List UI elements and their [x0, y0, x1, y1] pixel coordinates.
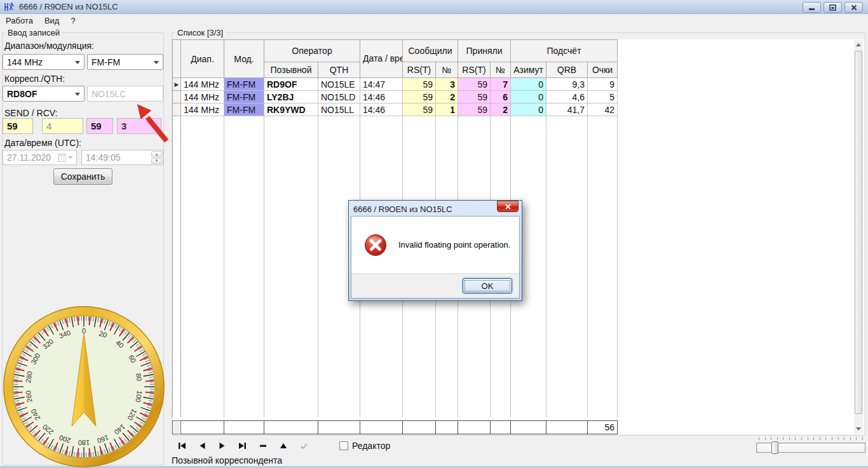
save-button[interactable]: Сохранить — [53, 168, 112, 185]
cell-azimuth: 0 — [511, 91, 546, 104]
footer-points-total: 56 — [588, 421, 618, 434]
send-rst-field[interactable]: 59 — [3, 118, 33, 134]
save-button-label: Сохранить — [61, 171, 105, 182]
current-row-marker: ▶ — [173, 78, 181, 91]
prior-record-icon — [198, 443, 206, 449]
cell-sent-rst: 59 — [403, 78, 436, 91]
nav-prior-button[interactable] — [192, 439, 212, 453]
send-nr-field[interactable]: 4 — [42, 118, 83, 134]
callsign-combobox[interactable]: RD8OF — [3, 86, 85, 102]
vertical-scrollbar[interactable] — [854, 40, 863, 434]
next-record-icon — [219, 443, 226, 449]
nav-next-button[interactable] — [212, 439, 233, 453]
cell-azimuth: 0 — [511, 104, 546, 116]
col-rcvd[interactable]: Приняли — [458, 40, 511, 62]
app-window: 6666 / R9OEN из NO15LC Работа Вид ? Ввод… — [0, 0, 868, 468]
svg-text:80: 80 — [135, 373, 144, 382]
cell-sent-rst: 59 — [403, 104, 436, 116]
col-sent[interactable]: Сообщили — [403, 40, 458, 62]
arrow-down-icon — [856, 427, 861, 431]
menu-help[interactable]: ? — [65, 15, 81, 26]
col-band[interactable]: Диап. — [181, 40, 224, 78]
editor-checkbox[interactable] — [339, 441, 348, 450]
time-field[interactable]: 14:49:05 ▲▼ — [81, 150, 163, 165]
col-azimuth[interactable]: Азимут — [511, 62, 546, 78]
close-button[interactable] — [844, 2, 863, 13]
table-row[interactable]: 144 MHz FM-FM LY2BJ NO15LD 14:46 59 2 59… — [173, 91, 618, 104]
cell-qrb: 4,6 — [546, 91, 588, 104]
chevron-down-icon — [75, 61, 80, 64]
rcv-rst-field[interactable]: 59 — [86, 118, 113, 134]
nav-post-button[interactable] — [294, 439, 314, 453]
date-picker[interactable]: 27.11.2020 — [3, 150, 77, 165]
trackbar — [756, 436, 865, 455]
azimuth-compass: 0204060801001201401601802002202402602803… — [2, 305, 166, 468]
col-calc[interactable]: Подсчёт — [511, 40, 618, 62]
ok-button[interactable]: OK — [463, 278, 512, 293]
band-mod-label: Диапазон/модуляция: — [4, 41, 94, 51]
cell-rcvd-rst: 59 — [458, 91, 491, 104]
dialog-title-bar[interactable]: 6666 / R9OEN из NO15LC — [351, 203, 520, 216]
cell-mod: FM-FM — [224, 104, 264, 116]
calendar-button[interactable] — [58, 152, 74, 163]
ok-button-label: OK — [482, 281, 494, 291]
menu-vid[interactable]: Вид — [39, 15, 65, 26]
cell-time: 14:46 — [360, 91, 403, 104]
annotation-arrow — [125, 97, 175, 147]
col-callsign[interactable]: Позывной — [264, 62, 318, 78]
cell-time: 14:46 — [360, 104, 403, 116]
maximize-icon — [829, 4, 836, 11]
col-rcvd-nr[interactable]: № — [491, 62, 511, 78]
cell-points: 42 — [588, 104, 618, 116]
chevron-down-icon — [68, 156, 73, 159]
close-icon — [851, 4, 857, 11]
chevron-down-icon — [154, 61, 159, 64]
datetime-label: Дата/время (UTC): — [4, 138, 81, 148]
cell-callsign: LY2BJ — [264, 91, 318, 104]
col-sent-nr[interactable]: № — [436, 62, 458, 78]
col-mod[interactable]: Мод. — [224, 40, 264, 78]
nav-last-button[interactable] — [233, 439, 253, 453]
dialog-close-button[interactable] — [497, 201, 519, 212]
mod-combobox[interactable]: FM-FM — [87, 54, 163, 70]
nav-edit-button[interactable] — [273, 439, 294, 453]
col-rcvd-rst[interactable]: RS(T) — [458, 62, 491, 78]
cell-rcvd-nr: 2 — [491, 104, 511, 116]
col-sent-rst[interactable]: RS(T) — [403, 62, 436, 78]
cell-rcvd-nr: 6 — [491, 91, 511, 104]
col-points[interactable]: Очки — [588, 62, 618, 78]
scrollbar-thumb[interactable] — [855, 51, 862, 414]
last-record-icon — [238, 443, 247, 449]
col-datetime[interactable]: Дата / время (UTC) — [360, 40, 403, 78]
table-row[interactable]: 144 MHz FM-FM RK9YWD NO15LL 14:46 59 1 5… — [173, 104, 618, 116]
callsign-value: RD8OF — [7, 89, 37, 99]
cell-band: 144 MHz — [181, 91, 224, 104]
trackbar-thumb[interactable] — [771, 441, 778, 454]
col-qrb[interactable]: QRB — [546, 62, 588, 78]
band-combobox[interactable]: 144 MHz — [3, 54, 85, 70]
table-row[interactable]: ▶ 144 MHz FM-FM RD9OF NO15LE 14:47 59 3 … — [173, 78, 618, 91]
menu-rabota[interactable]: Работа — [0, 15, 39, 26]
nav-first-button[interactable] — [172, 439, 192, 453]
scroll-up-button[interactable] — [854, 40, 863, 50]
error-icon — [364, 234, 387, 257]
maximize-button[interactable] — [824, 2, 842, 13]
minimize-button[interactable] — [803, 2, 821, 13]
qth-value: NO15LC — [92, 89, 126, 99]
scroll-down-button[interactable] — [854, 424, 863, 434]
cell-band: 144 MHz — [181, 104, 224, 116]
send-rst-value: 59 — [7, 121, 18, 131]
rcv-rst-value: 59 — [91, 121, 102, 131]
cell-band: 144 MHz — [181, 78, 224, 91]
status-text: Позывной корреспондента — [172, 455, 282, 465]
time-value: 14:49:05 — [86, 152, 121, 163]
cell-callsign: RD9OF — [264, 78, 318, 91]
col-operator[interactable]: Оператор — [264, 40, 360, 62]
time-spinner[interactable]: ▲▼ — [151, 151, 162, 164]
nav-delete-button[interactable] — [253, 439, 273, 453]
cell-rcvd-rst: 59 — [458, 104, 491, 116]
cell-points: 5 — [588, 91, 618, 104]
error-dialog: 6666 / R9OEN из NO15LC Invalid floatin — [348, 200, 522, 301]
col-qth[interactable]: QTH — [318, 62, 360, 78]
cell-qrb: 41,7 — [546, 104, 588, 116]
